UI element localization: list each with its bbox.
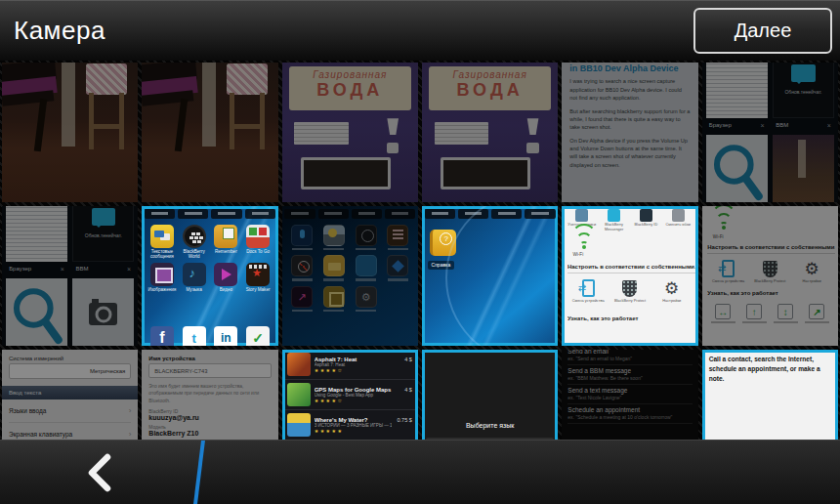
dock-tab	[245, 209, 275, 219]
id-value: kuuuzya@ya.ru	[148, 414, 271, 421]
gesture-peek-icon: ↗	[809, 304, 824, 319]
thumbnail-photo-chairs-2[interactable]	[142, 63, 277, 202]
tile-label: BBM	[75, 266, 88, 272]
linkedin-icon: in	[214, 326, 237, 346]
camera-icon	[89, 303, 117, 325]
bbm-status-text: Обнов.тенейчат.	[774, 89, 833, 95]
dock-tab	[178, 209, 208, 219]
accounts-icon	[575, 209, 588, 222]
blackberry-id-icon	[640, 209, 652, 222]
clock-icon	[356, 225, 377, 246]
app-list-item: GPS Maps for Google Maps ProUsing Google…	[285, 380, 415, 410]
gesture-swipe-icon: ↔	[715, 304, 731, 319]
setup-screenshot: Wi-Fi Настроить в соответствии с собстве…	[702, 206, 838, 346]
app-list-item: Asphalt 7: HeatAsphalt 7: Heat★★★★☆ 4 $	[285, 350, 415, 380]
dock-tab	[425, 209, 455, 219]
weather-icon	[323, 225, 345, 246]
device-switch-icon	[722, 260, 735, 277]
dropdown-field: Метрическая	[9, 363, 131, 379]
thumbnail-homescreen-help[interactable]: Справка	[422, 206, 558, 346]
homescreen-screenshot: ↗ ⚙	[282, 206, 418, 346]
gps-maps-app-icon	[287, 383, 311, 406]
article-screenshot: in BB10 Dev Alpha Device I was trying to…	[562, 63, 697, 202]
section-header: Ввод текста	[2, 386, 138, 399]
wallpaper-icon	[672, 209, 685, 222]
close-icon: ×	[827, 122, 831, 129]
wifi-icon	[711, 212, 736, 230]
print-to-go-icon: ↗	[291, 286, 313, 308]
thumbnail-photo-vending-2[interactable]: Газированная ВОДА	[422, 63, 558, 202]
chevron-right-icon: ›	[129, 430, 132, 439]
field-label: Система измерений	[9, 356, 131, 361]
voice-command-item: Send an emailex. "Send an email to Megan…	[567, 350, 692, 365]
back-button[interactable]	[82, 452, 117, 493]
gesture-up-icon: ↑	[746, 304, 762, 319]
id-label: BlackBerry ID	[148, 409, 271, 414]
box-icon	[356, 255, 377, 276]
article-paragraph: I was trying to search a nice screen cap…	[569, 77, 690, 102]
device-switch-icon	[582, 279, 595, 297]
voice-command-item: Send a text messageex. "Text Nicole Lavi…	[567, 385, 692, 404]
app-list-item: Where's My Water?3 ИСТОРИИ — 3 РАЗНЫЕ ИГ…	[285, 410, 415, 441]
thumbnail-photo-vending-1[interactable]: Газированная ВОДА	[282, 63, 418, 202]
device-name-field: BLACKBERRY-C743	[148, 363, 271, 378]
thumbnail-setup-screen-2[interactable]: Wi-Fi Настроить в соответствии с собстве…	[702, 206, 838, 346]
document-tile	[706, 63, 768, 118]
description-text: Это имя будет именем вашего устройства, …	[148, 383, 271, 404]
photo-chairs	[2, 63, 138, 202]
browser-tile	[706, 135, 768, 202]
thumbnail-article-screenshot[interactable]: in BB10 Dev Alpha Device I was trying to…	[562, 63, 697, 202]
dock-tab	[352, 209, 382, 219]
model-label: Модель	[148, 425, 271, 430]
price: 4 $	[404, 357, 412, 362]
header-bar: Камера Далее	[0, 0, 840, 61]
voice-command-item: Send a BBM messageex. "BBM Matthew. Be t…	[567, 365, 692, 385]
thumbnail-homescreen-apps-2[interactable]: ↗ ⚙	[282, 206, 418, 346]
setup-screenshot: Учетные записи BlackBerry Messenger Blac…	[562, 206, 697, 346]
bottom-action-bar	[0, 440, 840, 504]
voice-command-item: Schedule an appointmentex. "Schedule a m…	[567, 404, 692, 424]
thumbnail-app-switcher-2[interactable]: Обнов.тенейчат. Браузер× BBM×	[2, 206, 138, 346]
dock-tab	[145, 209, 175, 219]
close-icon: ×	[61, 266, 64, 273]
dock-tab	[211, 209, 241, 219]
article-paragraph: But after searching blackberry support f…	[569, 107, 690, 132]
dock-tab	[458, 209, 488, 219]
vending-text-line2: ВОДА	[429, 80, 551, 101]
facebook-icon: f	[150, 326, 174, 346]
wheres-my-water-app-icon	[287, 413, 311, 437]
vending-text-line2: ВОДА	[289, 80, 411, 101]
asphalt-app-icon	[287, 353, 311, 376]
setup-section-header: Настроить в соответствии с собственными…	[567, 264, 695, 273]
calculator-icon	[387, 225, 408, 246]
app-switcher-screenshot: Обнов.тенейчат. Браузер× BBM×	[2, 206, 138, 346]
thumbnail-app-switcher-1[interactable]: Обнов.тенейчат. Браузер× BBM×	[702, 63, 838, 202]
music-icon	[183, 263, 206, 286]
camera-tile	[72, 278, 134, 346]
document-tile	[6, 206, 67, 262]
settings-item: Языки ввода›	[9, 399, 131, 423]
voice-help-text: Call a contact, search the Internet, sch…	[709, 355, 831, 384]
photo-vending-machine: Газированная ВОДА	[282, 63, 418, 202]
dock-tab	[525, 209, 555, 219]
help-book-icon	[430, 230, 456, 256]
rating-stars: ★★★★★	[315, 428, 392, 434]
thumbnail-photo-chairs-1[interactable]	[2, 63, 138, 202]
compass-icon	[291, 255, 313, 276]
shield-icon	[763, 261, 777, 277]
field-label: Имя устройства	[148, 356, 271, 361]
vending-text-line1: Газированная	[289, 69, 411, 80]
voice-control-icon	[291, 225, 313, 246]
thumbnail-setup-screen[interactable]: Учетные записи BlackBerry Messenger Blac…	[562, 206, 697, 346]
blackberry-world-icon	[183, 225, 206, 248]
thumbnail-homescreen-apps[interactable]: Текстовые сообщения BlackBerry World Rem…	[142, 206, 277, 346]
language-prompt: Выберите язык	[422, 422, 558, 429]
next-button[interactable]: Далее	[693, 8, 832, 54]
article-title: in BB10 Dev Alpha Device	[569, 63, 690, 73]
homescreen-screenshot: Справка	[422, 206, 558, 346]
pictures-icon	[150, 263, 174, 286]
thumbnail-grid: Газированная ВОДА Газированная ВОДА in B…	[0, 61, 840, 504]
close-icon: ×	[127, 266, 131, 273]
dock-tab	[318, 209, 349, 219]
camera-picker-screen: Камера Далее Газиро	[0, 0, 840, 504]
